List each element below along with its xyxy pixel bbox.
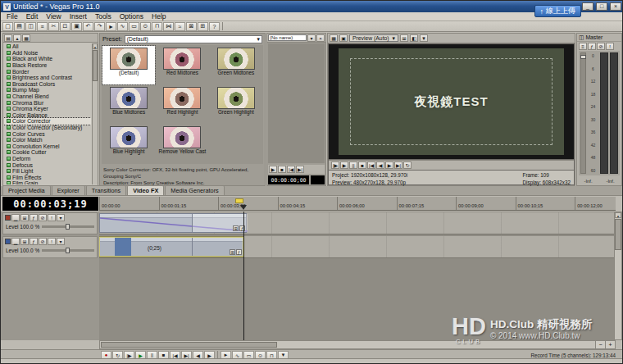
- track-mute-button[interactable]: ⊘: [39, 238, 47, 245]
- selection-edit-tool-button[interactable]: ▭: [129, 22, 139, 31]
- preview-quality-dropdown[interactable]: Preview (Auto) ▾: [349, 34, 398, 42]
- dock-tab[interactable]: Media Generators: [165, 185, 224, 195]
- pause-button[interactable]: ||: [349, 162, 357, 169]
- project-video-properties-button[interactable]: ▦: [330, 34, 338, 42]
- paste-button[interactable]: ▣: [71, 22, 82, 31]
- ignore-event-grouping-button[interactable]: ⊞: [198, 22, 208, 31]
- views-icon[interactable]: ▦: [22, 34, 30, 42]
- scrollbar-thumb[interactable]: [615, 219, 621, 250]
- level-slider[interactable]: [42, 225, 94, 228]
- plugin-tree-item[interactable]: Color Corrector: [4, 118, 91, 125]
- plugin-tree-item[interactable]: Chroma Blur: [4, 99, 91, 106]
- folder-icon[interactable]: ▤: [4, 34, 12, 42]
- zoom-in-time-button[interactable]: +: [605, 341, 615, 348]
- dock-tab[interactable]: Video FX: [127, 185, 164, 195]
- enable-snapping-button[interactable]: ⊓: [152, 22, 162, 31]
- scroll-up-icon[interactable]: ▲: [93, 43, 98, 49]
- track-minimize-button[interactable]: ▁: [11, 214, 20, 221]
- close-button[interactable]: ×: [610, 2, 621, 11]
- plugin-tree-item[interactable]: Film Grain: [4, 180, 91, 184]
- zoom-edit-tool-button[interactable]: ⊙: [140, 22, 151, 31]
- stop-button[interactable]: ■: [278, 166, 286, 173]
- menu-item[interactable]: Help: [148, 12, 170, 20]
- plugin-tree-item[interactable]: Brightness and Contrast: [4, 75, 91, 81]
- automatic-crossfades-button[interactable]: ⋈: [163, 22, 174, 31]
- track-header-1[interactable]: ▁ ⊞ ƒ ⊘ ! ▾ Level 100.0 %: [2, 212, 98, 234]
- cursor-caret-icon[interactable]: [240, 205, 247, 210]
- event-pan-crop-icon[interactable]: ⊞: [230, 249, 235, 255]
- zoom-out-time-button[interactable]: −: [595, 341, 605, 348]
- go-to-end-button[interactable]: ▶|: [394, 162, 402, 169]
- track-solo-button[interactable]: !: [48, 238, 56, 245]
- timeline-vertical-scrollbar[interactable]: ▲: [614, 212, 622, 340]
- video-event-2-selected[interactable]: (0;25) ⊞ ƒ: [99, 237, 243, 257]
- plugin-tree-item[interactable]: Bump Map: [4, 87, 91, 93]
- video-event-1[interactable]: ⊞ ƒ: [99, 213, 247, 233]
- track-mute-button[interactable]: ⊘: [39, 214, 47, 221]
- preset-item[interactable]: Green Midtones: [210, 46, 262, 84]
- plugin-tree-item[interactable]: Convolution Kernel: [4, 143, 91, 150]
- trimmer-media-combobox[interactable]: (No name): [268, 34, 307, 41]
- next-frame-button[interactable]: ▶: [385, 162, 393, 169]
- level-slider-handle[interactable]: [66, 224, 70, 230]
- master-volume-fader[interactable]: [580, 52, 586, 174]
- plugin-tree-item[interactable]: Cookie Cutter: [4, 149, 91, 156]
- dock-tab[interactable]: Project Media: [2, 185, 51, 195]
- trimmer-timecode-display[interactable]: 00:00:00;00: [268, 175, 309, 184]
- online-upload-button[interactable]: ↑ 線上上傳: [534, 5, 582, 17]
- timeline-track-area[interactable]: ⊞ ƒ (0;25) ⊞ ƒ: [99, 212, 616, 340]
- play-from-start-button[interactable]: |▶: [331, 162, 339, 169]
- event-fx-icon[interactable]: ƒ: [236, 249, 242, 255]
- maximize-button[interactable]: □: [596, 2, 607, 11]
- plugin-tree-item[interactable]: Color Corrector (Secondary): [4, 125, 91, 131]
- play-button[interactable]: ▶: [269, 166, 277, 173]
- track-header-2[interactable]: ▁ ⊞ ƒ ⊘ ! ▾ Level 100.0 %: [2, 236, 98, 258]
- menu-item[interactable]: View: [42, 12, 65, 20]
- event-pan-crop-icon[interactable]: ⊞: [233, 225, 239, 231]
- trimmer-close-button[interactable]: ×: [316, 34, 325, 42]
- project-properties-button[interactable]: ≡: [37, 22, 48, 31]
- menu-item[interactable]: Insert: [66, 12, 91, 20]
- automation-settings-button[interactable]: ▾: [57, 214, 65, 221]
- normal-edit-tool-button[interactable]: ►: [106, 22, 116, 31]
- preset-combobox[interactable]: (Default) ▾: [125, 35, 262, 43]
- scroll-up-icon[interactable]: ▲: [615, 212, 621, 218]
- event-sub-clip-block[interactable]: [115, 238, 131, 256]
- new-project-button[interactable]: ▢: [2, 22, 13, 31]
- loop-playback-button[interactable]: ↻: [403, 162, 412, 169]
- plugin-tree-item[interactable]: Add Noise: [4, 50, 91, 57]
- plugin-tree-item[interactable]: All: [4, 43, 91, 50]
- track-lane-1[interactable]: ⊞ ƒ: [99, 212, 616, 234]
- track-motion-button[interactable]: ⊞: [20, 214, 29, 221]
- plugin-tree-item[interactable]: Deform: [4, 156, 91, 162]
- copy-button[interactable]: ⊡: [60, 22, 70, 31]
- whats-this-help-button[interactable]: ?: [209, 22, 220, 31]
- mixer-solo-button[interactable]: !: [606, 43, 614, 50]
- redo-button[interactable]: ↷: [94, 22, 105, 31]
- mixer-properties-button[interactable]: ≡: [579, 43, 587, 50]
- track-fx-button[interactable]: ƒ: [30, 214, 38, 221]
- scrollbar-thumb[interactable]: [101, 342, 277, 348]
- mixer-fx-button[interactable]: ƒ: [588, 43, 596, 50]
- minimize-button[interactable]: _: [582, 2, 593, 11]
- menu-item[interactable]: Tools: [91, 12, 116, 20]
- preview-quality-button[interactable]: ▣: [339, 34, 348, 42]
- trimmer-options-button[interactable]: ▾: [307, 34, 316, 42]
- save-button[interactable]: ◫: [25, 22, 36, 31]
- go-to-end-button[interactable]: ▶|: [296, 166, 304, 173]
- previous-frame-button[interactable]: ◀: [376, 162, 384, 169]
- scrollbar-thumb[interactable]: [93, 50, 98, 81]
- preset-item[interactable]: (Default): [102, 46, 155, 84]
- open-button[interactable]: ▤: [14, 22, 25, 31]
- loop-region-marker[interactable]: [235, 198, 243, 203]
- overlays-button[interactable]: ⊞: [400, 34, 408, 42]
- track-fx-button[interactable]: ƒ: [30, 238, 38, 245]
- level-slider[interactable]: [42, 249, 94, 252]
- track-motion-button[interactable]: ⊞: [20, 238, 29, 245]
- play-button[interactable]: ▶: [340, 162, 348, 169]
- automation-settings-button[interactable]: ▾: [57, 238, 65, 245]
- dock-tab[interactable]: Transitions: [86, 185, 126, 195]
- fader-handle[interactable]: [580, 55, 586, 59]
- plugin-tree-item[interactable]: Color Match: [4, 137, 91, 143]
- plugin-tree-item[interactable]: Fill Light: [4, 168, 91, 175]
